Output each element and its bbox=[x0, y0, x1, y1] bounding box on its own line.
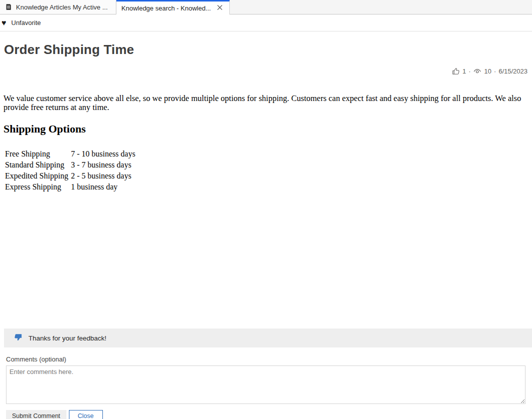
feedback-message: Thanks for your feedback! bbox=[28, 334, 106, 342]
table-cell-option: Standard Shipping bbox=[5, 160, 71, 170]
comments-input[interactable] bbox=[6, 366, 526, 404]
table-cell-duration: 1 business day bbox=[71, 182, 532, 192]
table-cell-duration: 7 - 10 business days bbox=[71, 148, 532, 160]
favorite-toolbar: ♥ Unfavorite bbox=[0, 14, 532, 32]
heart-icon: ♥ bbox=[1, 19, 6, 27]
like-count: 1 bbox=[463, 68, 466, 75]
stats-separator: · bbox=[469, 68, 471, 75]
table-cell-duration: 2 - 5 business days bbox=[71, 170, 532, 182]
table-cell-option: Free Shipping bbox=[5, 148, 71, 160]
thumbs-down-icon bbox=[13, 332, 23, 344]
tab-strip-filler bbox=[230, 0, 532, 14]
tab-knowledge-search[interactable]: Knowledge search - Knowled... bbox=[116, 0, 230, 14]
feedback-button-row: Submit Comment Close bbox=[6, 410, 532, 419]
table-cell-option: Expedited Shipping bbox=[5, 170, 71, 182]
view-count: 10 bbox=[484, 68, 491, 75]
feedback-section: Thanks for your feedback! Comments (opti… bbox=[0, 328, 532, 419]
article-stats: 1 · 10 · 6/15/2023 bbox=[0, 67, 528, 76]
feedback-confirmation-bar: Thanks for your feedback! bbox=[4, 328, 532, 348]
thumbs-up-icon bbox=[452, 67, 460, 76]
unfavorite-button[interactable]: Unfavorite bbox=[11, 19, 41, 26]
eye-icon bbox=[473, 67, 482, 76]
page-title: Order Shipping Time bbox=[4, 42, 532, 58]
table-cell-option: Express Shipping bbox=[5, 182, 71, 192]
close-button[interactable]: Close bbox=[69, 410, 103, 419]
tab-label: Knowledge search - Knowled... bbox=[121, 4, 211, 12]
article-body-paragraph: We value customer service above all else… bbox=[3, 94, 532, 112]
shipping-options-table: Free Shipping 7 - 10 business days Stand… bbox=[5, 148, 532, 192]
session-tab-strip: Knowledge Articles My Active ... Knowled… bbox=[0, 0, 532, 14]
tab-knowledge-articles[interactable]: Knowledge Articles My Active ... bbox=[0, 0, 116, 14]
submit-comment-button[interactable]: Submit Comment bbox=[6, 410, 66, 419]
comments-label: Comments (optional) bbox=[6, 356, 532, 363]
article-date: 6/15/2023 bbox=[499, 68, 528, 75]
stats-separator: · bbox=[494, 68, 496, 75]
table-cell-duration: 3 - 7 business days bbox=[71, 160, 532, 170]
tab-label: Knowledge Articles My Active ... bbox=[16, 4, 108, 11]
article-icon bbox=[5, 4, 12, 10]
section-heading: Shipping Options bbox=[3, 122, 532, 136]
close-icon[interactable] bbox=[215, 4, 224, 12]
